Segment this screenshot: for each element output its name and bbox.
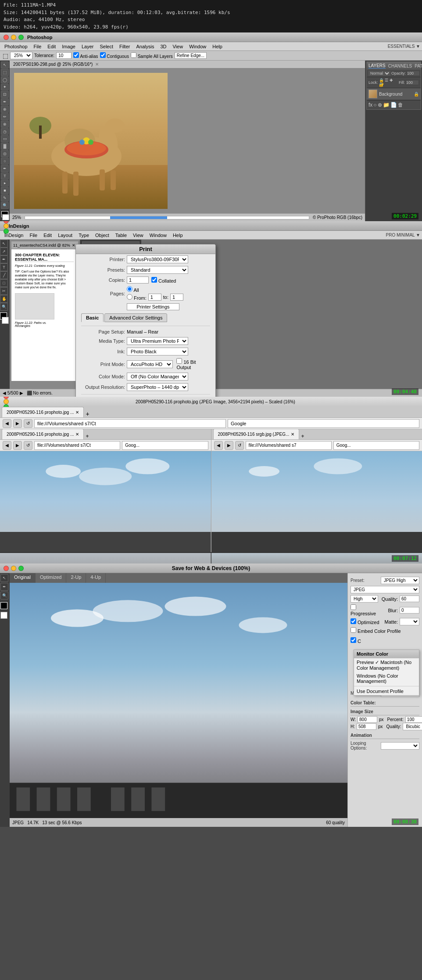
id-bit-output-checkbox[interactable] bbox=[176, 358, 182, 364]
ps-add-style-btn[interactable]: fx bbox=[368, 102, 372, 108]
id-rect-tool[interactable]: □ bbox=[0, 279, 8, 287]
browser-tab-left[interactable]: 2008PH05290-116 prophoto.jpg ... ✕ bbox=[2, 407, 84, 417]
ps-blur-tool[interactable]: ◎ bbox=[1, 150, 9, 157]
id-menu-file[interactable]: File bbox=[27, 232, 40, 239]
browser-url-input[interactable] bbox=[34, 419, 226, 428]
browser-left-search[interactable] bbox=[122, 441, 208, 450]
ps-menu-edit[interactable]: Edit bbox=[45, 43, 58, 50]
ps-delete-layer-btn[interactable]: 🗑 bbox=[398, 102, 403, 108]
sw-tab-original[interactable]: Original bbox=[10, 573, 36, 583]
id-ink-select[interactable]: Photo Black bbox=[127, 348, 188, 355]
ps-new-layer-btn[interactable]: 📄 bbox=[390, 102, 397, 108]
browser-forward-btn[interactable]: ▶ bbox=[13, 419, 22, 428]
browser-left-tab[interactable]: 2008PH05290-116 prophoto.jpg ... ✕ bbox=[2, 429, 84, 439]
id-printer-select[interactable]: StylusPro3800-09F30F bbox=[127, 255, 188, 263]
id-tab-basic[interactable]: Basic bbox=[81, 313, 104, 322]
ps-text-tool[interactable]: T bbox=[1, 172, 9, 179]
sw-progressive-checkbox[interactable] bbox=[350, 604, 356, 610]
sw-preview-windows[interactable]: Windows (No Color Management) bbox=[354, 672, 419, 685]
browser-left-reload[interactable]: ↺ bbox=[24, 441, 32, 450]
id-text-tool[interactable]: T bbox=[0, 263, 8, 271]
sw-optimized-checkbox[interactable] bbox=[350, 618, 356, 624]
ps-marquee-tool[interactable]: ⬚ bbox=[3, 52, 8, 59]
browser-right-tab[interactable]: 2008PH05290-116 srgb.jpg (JPEG... ✕ bbox=[213, 429, 300, 439]
ps-menu-select[interactable]: Select bbox=[97, 43, 116, 50]
ps-menu-3d[interactable]: 3D bbox=[157, 43, 169, 50]
id-menu-indesign[interactable]: InDesign bbox=[2, 232, 26, 239]
browser-right-back[interactable]: ◀ bbox=[214, 441, 223, 450]
browser-back-btn[interactable]: ◀ bbox=[3, 419, 11, 428]
id-menu-layout[interactable]: Layout bbox=[55, 232, 75, 239]
id-color-mode-select[interactable]: Off (No Color Management) bbox=[127, 373, 188, 381]
ps-background-color[interactable] bbox=[2, 214, 9, 220]
browser-right-tab-close[interactable]: ✕ bbox=[291, 432, 294, 437]
sw-eyedropper-tool[interactable]: ✒ bbox=[0, 583, 8, 591]
ps-eyedropper-tool[interactable]: ✒ bbox=[1, 98, 9, 105]
browser-right-url-input[interactable] bbox=[246, 441, 332, 450]
ps-menu-filter[interactable]: Filter bbox=[117, 43, 132, 50]
ps-refine-edge-btn[interactable]: Refine Edge... bbox=[175, 52, 207, 59]
sw-preset-select[interactable]: JPEG High bbox=[381, 577, 419, 584]
id-hand-tool[interactable]: ✋ bbox=[0, 295, 8, 303]
ps-tab-paths[interactable]: PATHS bbox=[415, 64, 422, 68]
ps-tab-layers[interactable]: LAYERS bbox=[368, 63, 386, 68]
id-menu-view[interactable]: View bbox=[130, 232, 146, 239]
ps-move-tool[interactable]: ↖ bbox=[1, 61, 9, 68]
ps-menu-window[interactable]: Window bbox=[186, 43, 209, 50]
id-from-input[interactable] bbox=[148, 294, 161, 301]
ps-menu-view[interactable]: View bbox=[170, 43, 186, 50]
ps-clone-tool[interactable]: ⊗ bbox=[1, 121, 9, 128]
browser-left-tab-close[interactable]: ✕ bbox=[75, 432, 79, 437]
browser-left-back[interactable]: ◀ bbox=[3, 441, 11, 450]
ps-menu-photoshop[interactable]: Photoshop bbox=[2, 43, 30, 50]
id-menu-edit[interactable]: Edit bbox=[41, 232, 54, 239]
browser-new-tab-btn[interactable]: + bbox=[86, 410, 89, 417]
sw-minimize-btn[interactable] bbox=[11, 566, 16, 571]
sw-matte-select[interactable] bbox=[400, 618, 419, 625]
ps-tolerance-input[interactable] bbox=[56, 52, 72, 59]
id-media-type-select[interactable]: Ultra Premium Photo Paper Luster bbox=[127, 337, 188, 345]
ps-menu-analysis[interactable]: Analysis bbox=[133, 43, 157, 50]
sw-quality-input[interactable] bbox=[400, 596, 419, 602]
browser-right-reload[interactable]: ↺ bbox=[235, 441, 244, 450]
ps-history-tool[interactable]: ◷ bbox=[1, 128, 9, 135]
sw-maximize-btn[interactable] bbox=[18, 566, 24, 571]
ps-group-btn[interactable]: 📁 bbox=[383, 102, 390, 108]
sw-tab-optimized[interactable]: Optimized bbox=[36, 573, 67, 583]
sw-background-color[interactable] bbox=[0, 612, 7, 619]
ps-menu-image[interactable]: Image bbox=[59, 43, 78, 50]
ps-dodge-tool[interactable]: ○ bbox=[1, 158, 9, 165]
browser-right-new-tab[interactable]: + bbox=[301, 433, 304, 439]
sw-blur-input[interactable] bbox=[400, 607, 419, 614]
ps-zoom-tool-icon[interactable]: 🔍 bbox=[1, 202, 9, 209]
id-all-radio[interactable] bbox=[127, 286, 132, 292]
ps-adjust-btn[interactable]: ⊕ bbox=[378, 102, 382, 108]
id-line-tool[interactable]: ╱ bbox=[0, 271, 8, 279]
ps-note-tool[interactable]: ✎ bbox=[1, 194, 9, 201]
sw-quality-size-select[interactable]: Bicubic bbox=[403, 723, 422, 730]
ps-path-tool[interactable]: ▸ bbox=[1, 180, 9, 187]
id-select-tool[interactable]: ↖ bbox=[0, 240, 8, 248]
sw-preview-macintosh[interactable]: Preview ✓ Macintosh (No Color Management… bbox=[354, 658, 419, 672]
ps-maximize-btn[interactable] bbox=[18, 35, 24, 40]
ps-close-btn[interactable] bbox=[4, 35, 9, 40]
ps-menu-layer[interactable]: Layer bbox=[79, 43, 97, 50]
ps-zoom-select[interactable]: 25% bbox=[10, 52, 32, 59]
ps-gradient-tool[interactable]: ▓ bbox=[1, 143, 9, 150]
id-presets-select[interactable]: Standard bbox=[127, 266, 188, 274]
browser-left-new-tab[interactable]: + bbox=[86, 433, 89, 439]
ps-lasso-tool[interactable]: ◯ bbox=[1, 76, 9, 83]
id-collated-checkbox[interactable] bbox=[151, 277, 157, 283]
id-pen-tool[interactable]: ✒ bbox=[0, 255, 8, 263]
sw-move-tool[interactable]: ↖ bbox=[0, 574, 8, 582]
browser-reload-btn[interactable]: ↺ bbox=[24, 419, 32, 428]
ps-doc-tab-close[interactable]: ✕ bbox=[95, 62, 99, 67]
ps-brush-tool[interactable]: ✏ bbox=[1, 113, 9, 120]
id-direct-select-tool[interactable]: ↗ bbox=[0, 248, 8, 255]
id-stroke-color[interactable] bbox=[2, 317, 9, 324]
id-copies-input[interactable] bbox=[127, 276, 149, 284]
ps-tab-channels[interactable]: CHANNELS bbox=[388, 64, 412, 68]
ps-opacity-input[interactable] bbox=[407, 71, 420, 76]
id-tab-advanced-color[interactable]: Advanced Color Settings bbox=[104, 313, 167, 322]
sw-preview-document[interactable]: Use Document Profile bbox=[354, 687, 419, 695]
